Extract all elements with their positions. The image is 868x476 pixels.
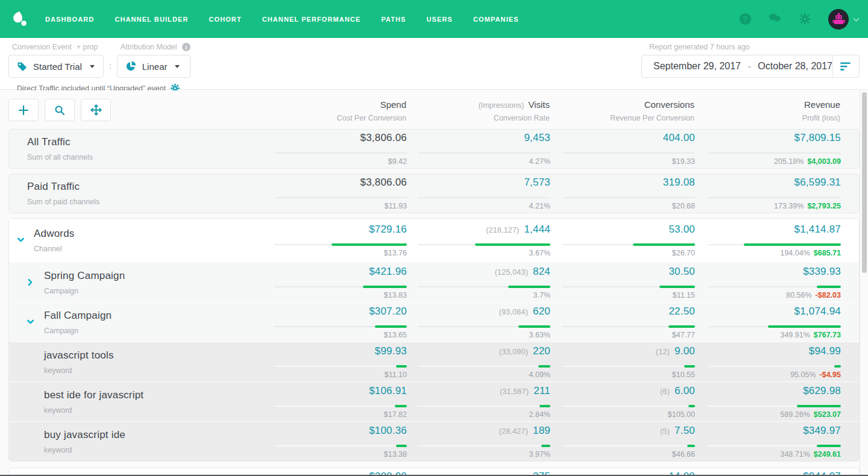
app-logo[interactable] [11, 10, 29, 28]
avatar[interactable] [828, 9, 849, 30]
value-main[interactable]: $729.16 [369, 224, 407, 236]
table-row-buy-javascript-ide[interactable]: buy javascript idekeyword$100.36$13.38(2… [9, 421, 859, 461]
chevron-right-icon[interactable] [27, 278, 34, 286]
nav-item-users[interactable]: USERS [427, 16, 453, 23]
add-prop-link[interactable]: + prop [77, 43, 98, 51]
value-main[interactable]: $99.93 [375, 345, 407, 357]
nav-item-dashboard[interactable]: DASHBOARD [45, 16, 94, 23]
divider-line [274, 366, 407, 367]
value-main[interactable]: $349.97 [803, 425, 841, 437]
value-main[interactable]: $7,809.15 [794, 132, 841, 144]
value-sub: 4.09% [529, 371, 550, 379]
value-main[interactable]: 189 [533, 425, 550, 437]
value-main[interactable]: 211 [533, 385, 550, 397]
attribution-model-dropdown[interactable]: Linear [117, 55, 190, 78]
row-title[interactable]: buy javascript ide [44, 429, 125, 441]
value-main[interactable]: 22.50 [668, 305, 695, 318]
user-menu [828, 9, 858, 30]
nav-item-channel-performance[interactable]: CHANNEL PERFORMANCE [262, 16, 361, 23]
value-sub: $17.82 [384, 410, 407, 419]
column-header-visits[interactable]: (Impressions)VisitsConversion Rate [393, 99, 550, 122]
cell-spend: $307.20$13.65 [274, 305, 407, 339]
value-main[interactable]: $1,414.87 [794, 224, 841, 236]
value-main[interactable]: $94.99 [809, 345, 841, 357]
value-main[interactable]: 53.00 [668, 224, 695, 236]
chevron-down-icon[interactable] [27, 318, 34, 326]
value-main[interactable]: 7.50 [675, 425, 695, 437]
value-main[interactable]: $421.96 [369, 266, 407, 278]
date-end[interactable]: October 28, 2017 [758, 61, 832, 72]
value-line: (218,127)1,444 [418, 224, 550, 236]
value-main[interactable]: 30.50 [668, 266, 695, 278]
value-sub: $13.83 [384, 291, 407, 299]
value-main[interactable]: 319.08 [663, 177, 695, 189]
divider-line [418, 197, 550, 198]
row-title[interactable]: Paid Traffic [27, 181, 99, 193]
value-main[interactable]: 9.00 [675, 345, 695, 357]
table-row-javascript-tools[interactable]: javascript toolskeyword$99.93$11.10(33,0… [9, 342, 859, 381]
value-main[interactable]: $339.93 [803, 266, 841, 278]
row-title-block: Spring CampaignCampaign [44, 270, 125, 295]
row-subtitle: Channel [34, 245, 75, 253]
date-start[interactable]: September 29, 2017 [653, 61, 741, 72]
table-row-adwords[interactable]: AdwordsChannel$729.16$13.76(218,127)1,44… [9, 219, 859, 262]
value-line: 53.00 [562, 224, 695, 236]
table-row-best-ide-for-javascript[interactable]: best ide for javascriptkeyword$106.91$17… [9, 381, 859, 421]
scrollbar[interactable] [860, 90, 868, 476]
value-sub-line: 205.18%$4,003.09 [774, 157, 841, 166]
row-title[interactable]: javascript tools [44, 349, 114, 362]
filter-lines-icon[interactable] [833, 62, 859, 71]
row-title[interactable]: Spring Campaign [44, 270, 125, 282]
row-title[interactable]: Adwords [34, 228, 75, 240]
profit-value: $4,003.09 [807, 157, 841, 166]
table-row-spring-campaign[interactable]: Spring CampaignCampaign$421.96$13.83(125… [9, 262, 859, 302]
value-main[interactable]: 220 [533, 345, 550, 357]
chevron-down-icon[interactable] [17, 236, 25, 244]
nav-item-paths[interactable]: PATHS [381, 16, 406, 23]
conversion-event-label: Conversion Event + prop [12, 43, 104, 51]
table-row-fall-campaign[interactable]: Fall CampaignCampaign$307.20$13.65(93,08… [9, 302, 859, 342]
value-main[interactable]: $307.20 [369, 305, 407, 318]
column-header-revenue[interactable]: RevenueProfit (loss) [684, 99, 840, 122]
value-bar [375, 325, 407, 328]
row-title[interactable]: All Traffic [27, 136, 93, 148]
value-main[interactable]: 9,453 [524, 132, 550, 144]
value-main[interactable]: $106.91 [369, 385, 407, 397]
value-sub-line: $11.15 [673, 291, 695, 299]
nav-item-channel-builder[interactable]: CHANNEL BUILDER [115, 16, 188, 23]
value-main[interactable]: $100.36 [369, 425, 407, 437]
value-line: 30.50 [562, 266, 695, 278]
conversion-event-dropdown[interactable]: Started Trial [8, 55, 104, 78]
help-icon[interactable]: ? [740, 13, 751, 25]
info-icon[interactable]: i [182, 43, 190, 51]
value-sub: $13.38 [384, 450, 407, 459]
value-main: $3,806.06 [360, 132, 407, 144]
column-title: Revenue [804, 99, 840, 110]
value-main[interactable]: $1,074.94 [794, 305, 841, 318]
value-sub-line: 4.09% [529, 371, 550, 379]
date-range-picker[interactable]: September 29, 2017 - October 28, 2017 [641, 55, 860, 78]
value-main[interactable]: 7,573 [524, 177, 550, 189]
row-title[interactable]: Fall Campaign [44, 310, 112, 322]
value-main[interactable]: $629.98 [803, 385, 841, 397]
chat-icon[interactable] [769, 13, 782, 25]
chevron-down-icon[interactable] [854, 15, 860, 21]
nav-item-companies[interactable]: COMPANIES [473, 16, 519, 23]
column-header-conversions[interactable]: ConversionsRevenue Per Conversion [538, 99, 694, 122]
value-main[interactable]: 404.00 [663, 132, 695, 144]
scrollbar-thumb[interactable] [862, 92, 867, 273]
table-row-all-traffic[interactable]: All TrafficSum of all channels$3,806.06$… [9, 130, 859, 168]
table-row-paid-traffic[interactable]: Paid TrafficSum of paid channels$3,806.0… [9, 174, 859, 213]
cell-conversions: 319.08$20.68 [562, 177, 695, 210]
value-main[interactable]: $6,599.31 [794, 177, 841, 189]
value-main[interactable]: 824 [533, 266, 550, 278]
nav-item-cohort[interactable]: COHORT [209, 16, 241, 23]
gear-icon[interactable] [799, 13, 811, 25]
row-title[interactable]: best ide for javascript [44, 389, 143, 401]
column-header-spend[interactable]: SpendCost Per Conversion [250, 99, 406, 122]
value-main[interactable]: 6.00 [675, 385, 695, 397]
value-main[interactable]: 1,444 [524, 224, 550, 236]
value-sub: $20.68 [672, 202, 695, 210]
value-main[interactable]: 620 [533, 305, 550, 318]
value-bar [768, 325, 841, 328]
